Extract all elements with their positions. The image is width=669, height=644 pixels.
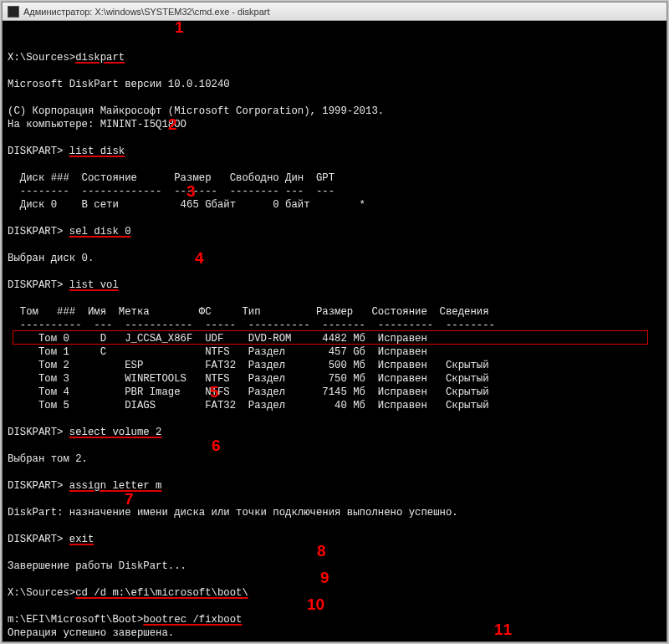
table-row: Том 4 PBR Image NTFS Раздел 7145 Мб Испр… bbox=[8, 386, 489, 398]
terminal-output[interactable]: X:\Sources>diskpart Microsoft DiskPart в… bbox=[3, 21, 666, 641]
cmd-list-disk: list disk bbox=[69, 146, 125, 157]
callout-2: 2 bbox=[168, 118, 177, 131]
vol-header: Том ### Имя Метка ФС Тип Размер Состояни… bbox=[8, 306, 489, 318]
cmd-window: Администратор: X:\windows\SYSTEM32\cmd.e… bbox=[2, 2, 667, 642]
prompt: DISKPART> bbox=[8, 146, 69, 157]
table-row: Том 1 C NTFS Раздел 457 Gб Исправен bbox=[8, 346, 427, 358]
prompt: DISKPART> bbox=[8, 427, 69, 438]
disk-header: Диск ### Состояние Размер Свободно Дин G… bbox=[8, 172, 334, 184]
cmd-assign-letter: assign letter m bbox=[69, 480, 162, 492]
prompt: DISKPART> bbox=[8, 226, 69, 238]
table-row: Том 5 DIAGS FAT32 Раздел 40 Мб Исправен … bbox=[8, 400, 489, 411]
callout-5: 5 bbox=[210, 386, 219, 399]
computer-line: На компьютере: MININT-I5Q18OO bbox=[8, 119, 186, 130]
table-row: Том 0 D J_CCSA_X86F UDF DVD-ROM 4482 Мб … bbox=[8, 333, 427, 345]
vol-dash: ---------- --- ----------- ----- -------… bbox=[8, 319, 495, 331]
bootrec-result: Операция успешно завершена. bbox=[8, 627, 174, 639]
callout-1: 1 bbox=[175, 21, 184, 34]
callout-4: 4 bbox=[195, 252, 204, 265]
table-row: Том 2 ESP FAT32 Раздел 500 Мб Исправен С… bbox=[8, 360, 489, 371]
cmd-select-volume: select volume 2 bbox=[69, 427, 162, 438]
cmd-sel-disk: sel disk 0 bbox=[69, 226, 131, 238]
cmd-exit: exit bbox=[69, 534, 94, 545]
cmd-icon bbox=[8, 6, 19, 18]
disk-dash: -------- ------------- ------- -------- … bbox=[8, 186, 334, 197]
callout-10: 10 bbox=[307, 598, 324, 611]
exit-result: Завершение работы DiskPart... bbox=[8, 560, 186, 572]
callout-3: 3 bbox=[186, 185, 196, 198]
callout-8: 8 bbox=[317, 544, 326, 558]
prompt: DISKPART> bbox=[8, 534, 69, 545]
cmd-bootrec: bootrec /fixboot bbox=[143, 614, 242, 626]
cmd-list-vol: list vol bbox=[69, 279, 119, 291]
sel-vol-result: Выбран том 2. bbox=[8, 453, 88, 465]
callout-9: 9 bbox=[320, 571, 329, 585]
callout-7: 7 bbox=[125, 493, 134, 506]
prompt: DISKPART> bbox=[8, 480, 69, 492]
titlebar[interactable]: Администратор: X:\windows\SYSTEM32\cmd.e… bbox=[3, 3, 666, 21]
window-title: Администратор: X:\windows\SYSTEM32\cmd.e… bbox=[23, 7, 270, 17]
disk-row: Диск 0 В сети 465 Gбайт 0 байт * bbox=[8, 199, 365, 211]
cmd-cd-efi: cd /d m:\efi\microsoft\boot\ bbox=[75, 587, 248, 599]
callout-6: 6 bbox=[212, 439, 221, 452]
cmd-diskpart: diskpart bbox=[75, 52, 125, 64]
prompt: X:\Sources> bbox=[8, 587, 75, 599]
prompt: X:\Sources> bbox=[8, 52, 75, 64]
table-row: Том 3 WINRETOOLS NTFS Раздел 750 Мб Испр… bbox=[8, 373, 489, 385]
callout-11: 11 bbox=[494, 623, 512, 636]
prompt: m:\EFI\Microsoft\Boot> bbox=[8, 614, 143, 626]
sel-disk-result: Выбран диск 0. bbox=[8, 253, 94, 264]
prompt: DISKPART> bbox=[8, 279, 69, 291]
version-line: Microsoft DiskPart версии 10.0.10240 bbox=[8, 79, 230, 90]
assign-result: DiskPart: назначение имени диска или точ… bbox=[8, 507, 458, 519]
copyright-line: (C) Корпорация Майкрософт (Microsoft Cor… bbox=[8, 105, 384, 117]
